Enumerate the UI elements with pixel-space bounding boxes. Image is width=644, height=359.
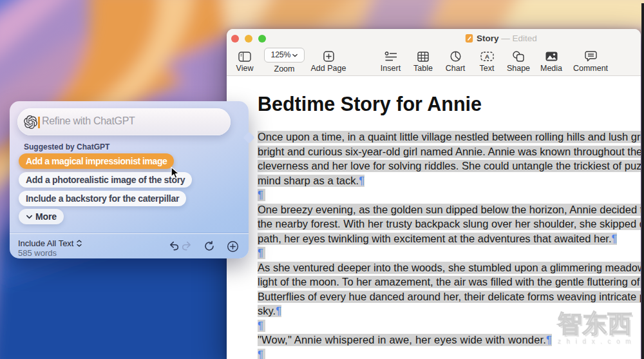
svg-text:A: A <box>485 53 489 60</box>
